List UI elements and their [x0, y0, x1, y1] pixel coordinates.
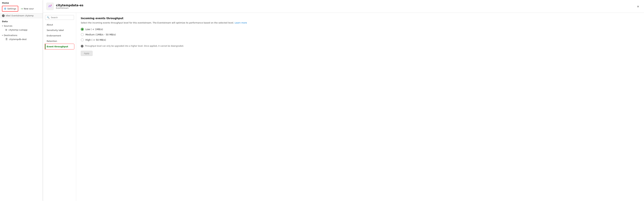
radio-label-high: High ( > 50 MB/s) [86, 38, 106, 41]
radio-circle-high [81, 38, 84, 41]
sources-chevron-icon: ▾ [2, 25, 3, 27]
sidebar-content: Data ▾ Sources ⊞ citytemp-custapp ▾ Dest… [0, 18, 43, 201]
close-button[interactable]: × [636, 4, 641, 9]
content-title: Incoming events throughput [81, 17, 639, 20]
radio-circle-low [81, 28, 84, 31]
status-text: Idled [6, 14, 10, 17]
nav-item-retention[interactable]: Retention [45, 38, 74, 44]
nav-about-label: About [47, 23, 53, 26]
radio-label-low: Low ( < 1MB/s) [86, 28, 103, 31]
radio-group: Low ( < 1MB/s) Medium (1MB/s - 50 MB/s) … [81, 28, 639, 41]
nav-retention-label: Retention [47, 40, 57, 42]
sources-item[interactable]: ⊞ citytemp-custapp [2, 28, 41, 32]
destinations-chevron-icon: ▾ [2, 34, 3, 36]
status-detail: Eventstream citytemp [12, 14, 34, 17]
nav-item-endorsement[interactable]: Endorsement [45, 33, 74, 38]
radio-circle-medium [81, 33, 84, 36]
gear-icon: ⚙ [4, 7, 6, 10]
nav-sensitivity-label: Sensitivity label [47, 29, 64, 31]
sources-item-label: citytemp-custapp [8, 29, 28, 31]
nav-item-about[interactable]: About [45, 22, 74, 27]
warning-text: Throughput level can only be upgraded in… [85, 45, 184, 47]
settings-panel: citytempdata-es Eventstream × 🔍 About Se… [43, 0, 644, 201]
panel-nav: 🔍 About Sensitivity label Endorsement Re… [43, 13, 76, 201]
settings-button[interactable]: ⚙ Settings [2, 6, 18, 11]
panel-title-block: citytempdata-es Eventstream [56, 3, 84, 9]
panel-content: Incoming events throughput Select the in… [76, 13, 644, 201]
settings-label: Settings [7, 7, 16, 10]
sidebar: Home ⚙ Settings → New sour i Idled Event… [0, 0, 43, 201]
nav-endorsement-label: Endorsement [47, 34, 61, 37]
new-source-label: New sour [24, 7, 34, 10]
custapp-icon: ⊞ [5, 28, 7, 31]
panel-title: citytempdata-es [56, 3, 84, 7]
radio-label-medium: Medium (1MB/s - 50 MB/s) [86, 33, 116, 36]
learn-more-link[interactable]: Learn more [234, 21, 247, 24]
content-description-text: Select the incoming events throughput le… [81, 21, 234, 24]
new-source-icon: → [21, 7, 23, 10]
radio-option-medium[interactable]: Medium (1MB/s - 50 MB/s) [81, 33, 639, 36]
sidebar-toolbar: ⚙ Settings → New sour [2, 5, 41, 12]
eventstream-icon [48, 4, 52, 8]
sources-label: Sources [4, 25, 12, 27]
warning-bar: i Throughput level can only be upgraded … [81, 45, 639, 47]
search-box[interactable]: 🔍 [45, 15, 74, 20]
new-source-button[interactable]: → New sour [19, 6, 36, 11]
sidebar-top: Home ⚙ Settings → New sour [0, 0, 43, 13]
content-description: Select the incoming events throughput le… [81, 21, 639, 24]
destdb-icon: 🗄 [5, 38, 8, 40]
status-bar: i Idled Eventstream citytemp [0, 13, 43, 18]
status-info-icon: i [2, 14, 5, 17]
radio-option-high[interactable]: High ( > 50 MB/s) [81, 38, 639, 41]
sources-section-header[interactable]: ▾ Sources [2, 24, 41, 28]
nav-item-sensitivity[interactable]: Sensitivity label [45, 28, 74, 33]
panel-subtitle: Eventstream [56, 7, 84, 9]
destinations-section-header[interactable]: ▾ Destinations [2, 33, 41, 37]
panel-header: citytempdata-es Eventstream × [43, 0, 644, 13]
destinations-item-label: citytempdb-dest [9, 38, 27, 40]
warning-info-icon: i [81, 45, 84, 47]
home-label: Home [2, 2, 41, 5]
search-icon: 🔍 [47, 16, 50, 19]
destinations-item[interactable]: 🗄 citytempdb-dest [2, 37, 41, 41]
search-input[interactable] [51, 16, 72, 19]
panel-icon [46, 3, 54, 10]
data-section-label: Data [2, 20, 41, 23]
nav-item-event-throughput[interactable]: Event throughput [45, 44, 74, 49]
panel-body: 🔍 About Sensitivity label Endorsement Re… [43, 13, 644, 201]
apply-button[interactable]: Apply [81, 51, 92, 56]
nav-event-throughput-label: Event throughput [47, 45, 68, 48]
destinations-label: Destinations [4, 34, 17, 36]
radio-option-low[interactable]: Low ( < 1MB/s) [81, 28, 639, 31]
